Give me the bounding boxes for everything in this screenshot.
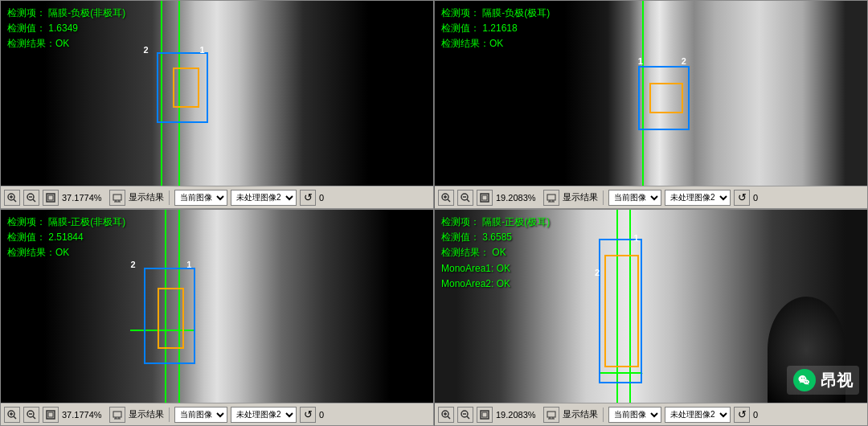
label-1-tl: 1 (199, 45, 204, 55)
current-image-select-tr[interactable]: 当前图像 (608, 190, 661, 206)
toolbar-top-left: 37.1774% 显示结果 当前图像 未处理图像2 ↺ 0 (1, 186, 433, 208)
texture-right-tr (716, 1, 867, 186)
detection-box-inner-tr (649, 83, 683, 113)
overlay-line1-br: 检测项： 隔膜-正极(极耳) (441, 215, 550, 230)
overlay-text-top-right: 检测项： 隔膜-负极(极耳) 检测值： 1.21618 检测结果：OK (441, 6, 550, 52)
svg-rect-48 (547, 412, 555, 417)
svg-rect-47 (482, 412, 487, 417)
svg-rect-9 (113, 195, 121, 200)
panels-container: 1 2 检测项： 隔膜-负极(非极耳) 检测值： 1.6349 检测结果：OK (0, 0, 868, 426)
zoom-out-btn-tr[interactable] (457, 190, 473, 206)
display-icon-tr (543, 190, 559, 206)
svg-rect-35 (113, 412, 121, 417)
svg-rect-8 (48, 195, 53, 200)
fit-btn-bl[interactable] (43, 407, 59, 423)
overlay-line1-tr: 检测项： 隔膜-负极(极耳) (441, 6, 550, 21)
panel-top-left: 1 2 检测项： 隔膜-负极(非极耳) 检测值： 1.6349 检测结果：OK (0, 0, 434, 209)
svg-line-44 (467, 416, 469, 419)
zoom-out-btn-bl[interactable] (23, 407, 39, 423)
svg-line-18 (467, 199, 469, 202)
detection-box-outer-bl (144, 268, 196, 364)
zoom-value-br: 19.2083% (496, 410, 540, 420)
overlay-line5-br: MonoArea2: OK (441, 276, 550, 292)
overlay-line2-tr: 检测值： 1.21618 (441, 21, 550, 36)
zoom-in-btn-br[interactable] (438, 407, 454, 423)
fit-btn-tr[interactable] (477, 190, 493, 206)
counter-bl: 0 (319, 410, 324, 420)
detection-box-inner-br (604, 255, 638, 368)
label-2-bl: 2 (130, 260, 135, 269)
panel-bottom-right: → 1 2 检测项： 隔膜-正极(极耳) 检测值： 3.6585 检测结果： O… (434, 209, 868, 426)
refresh-btn-br[interactable]: ↺ (734, 407, 750, 423)
overlay-line3-tr: 检测结果：OK (441, 36, 550, 51)
detection-box-outer-tr (638, 66, 690, 131)
svg-line-40 (448, 416, 450, 419)
display-result-label-bl: 显示结果 (129, 408, 164, 420)
display-icon-tl (109, 190, 125, 206)
svg-rect-34 (48, 412, 53, 417)
unprocessed-select-br[interactable]: 未处理图像2 (665, 407, 731, 423)
svg-line-14 (448, 199, 450, 202)
detection-box-outer-br (599, 239, 642, 383)
watermark-text: 昂视 (821, 370, 853, 391)
panel-image-bottom-left: 1 2 检测项： 隔膜-正极(非极耳) 检测值： 2.51844 检测结果：OK (1, 210, 433, 403)
detection-box-outer-tl (157, 52, 209, 122)
overlay-line3-br: 检测结果： OK (441, 245, 550, 260)
top-row: 1 2 检测项： 隔膜-负极(非极耳) 检测值： 1.6349 检测结果：OK (0, 0, 868, 209)
refresh-btn-tr[interactable]: ↺ (734, 190, 750, 206)
svg-line-27 (14, 416, 16, 419)
unprocessed-select-bl[interactable]: 未处理图像2 (231, 407, 297, 423)
refresh-btn-bl[interactable]: ↺ (300, 407, 316, 423)
overlay-text-top-left: 检测项： 隔膜-负极(非极耳) 检测值： 1.6349 检测结果：OK (7, 6, 125, 52)
overlay-line3-tl: 检测结果：OK (7, 36, 125, 51)
overlay-line2-tl: 检测值： 1.6349 (7, 21, 125, 36)
sep1-br (603, 408, 604, 422)
zoom-in-btn-bl[interactable] (4, 407, 20, 423)
zoom-out-btn-tl[interactable] (23, 190, 39, 206)
detection-box-inner-bl (158, 288, 184, 348)
svg-line-5 (33, 199, 35, 202)
display-icon-br (543, 407, 559, 423)
unprocessed-select-tl[interactable]: 未处理图像2 (231, 190, 297, 206)
overlay-text-bottom-right: 检测项： 隔膜-正极(极耳) 检测值： 3.6585 检测结果： OK Mono… (441, 215, 550, 292)
texture-left-bl (195, 210, 325, 403)
counter-br: 0 (753, 410, 758, 420)
current-image-select-br[interactable]: 当前图像 (608, 407, 661, 423)
counter-tl: 0 (319, 193, 324, 203)
label-2-br: 2 (595, 268, 600, 277)
toolbar-bottom-right: 19.2083% 显示结果 当前图像 未处理图像2 ↺ 0 (435, 403, 867, 425)
panel-image-top-left: 1 2 检测项： 隔膜-负极(非极耳) 检测值： 1.6349 检测结果：OK (1, 1, 433, 186)
zoom-out-btn-br[interactable] (457, 407, 473, 423)
current-image-select-bl[interactable]: 当前图像 (174, 407, 227, 423)
main-container: 1 2 检测项： 隔膜-负极(非极耳) 检测值： 1.6349 检测结果：OK (0, 0, 868, 426)
zoom-in-btn-tr[interactable] (438, 190, 454, 206)
zoom-value-tl: 37.1774% (62, 193, 106, 203)
overlay-line3-bl: 检测结果：OK (7, 245, 125, 260)
unprocessed-select-tr[interactable]: 未处理图像2 (665, 190, 731, 206)
panel-image-bottom-right: → 1 2 检测项： 隔膜-正极(极耳) 检测值： 3.6585 检测结果： O… (435, 210, 867, 403)
zoom-in-btn-tl[interactable] (4, 190, 20, 206)
display-result-label-tr: 显示结果 (563, 191, 598, 203)
overlay-line1-tl: 检测项： 隔膜-负极(非极耳) (7, 6, 125, 21)
sep1-tl (169, 190, 170, 205)
display-result-label-br: 显示结果 (563, 408, 598, 420)
fit-btn-br[interactable] (477, 407, 493, 423)
display-icon-bl (109, 407, 125, 423)
refresh-btn-tl[interactable]: ↺ (300, 190, 316, 206)
watermark: 昂视 (787, 366, 859, 395)
toolbar-bottom-left: 37.1774% 显示结果 当前图像 未处理图像2 ↺ 0 (1, 403, 433, 425)
overlay-line2-br: 检测值： 3.6585 (441, 230, 550, 245)
sep1-tr (603, 190, 604, 205)
svg-line-1 (14, 199, 16, 202)
panel-image-top-right: 1 2 检测项： 隔膜-负极(极耳) 检测值： 1.21618 检测结果：OK (435, 1, 867, 186)
overlay-line4-br: MonoArea1: OK (441, 261, 550, 276)
fit-btn-tl[interactable] (43, 190, 59, 206)
current-image-select-tl[interactable]: 当前图像 (174, 190, 227, 206)
label-2-tl: 2 (144, 45, 149, 55)
svg-line-31 (33, 416, 35, 419)
detection-box-inner-tl (173, 68, 199, 108)
sep1-bl (169, 408, 170, 422)
label-1-tr: 1 (638, 56, 643, 66)
label-1-bl: 1 (186, 260, 191, 269)
panel-bottom-left: 1 2 检测项： 隔膜-正极(非极耳) 检测值： 2.51844 检测结果：OK (0, 209, 434, 426)
